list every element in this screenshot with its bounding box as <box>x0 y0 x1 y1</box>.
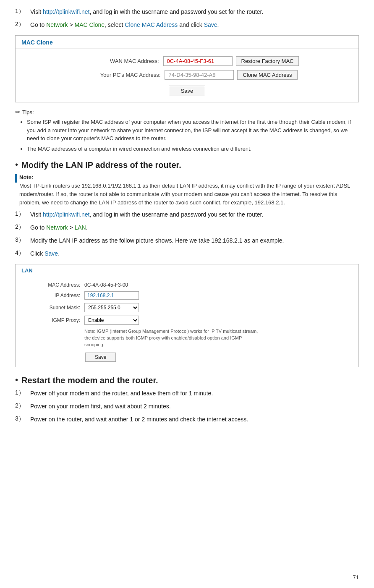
lan-step-3-text: Modify the LAN IP address as the follow … <box>30 236 359 245</box>
mac-save-row: Save <box>21 86 353 96</box>
lan-step-num-3: 3） <box>15 236 30 244</box>
wan-mac-row: WAN MAC Address: Restore Factory MAC <box>21 56 353 66</box>
lan-subnet-label: Subnet Mask: <box>21 305 80 311</box>
pc-mac-input[interactable] <box>165 70 234 80</box>
lan-step-num-2: 2） <box>15 223 30 231</box>
lan-igmp-label: IGMP Proxy: <box>21 317 80 323</box>
lan-step-1: 1） Visit http://tplinkwifi.net, and log … <box>15 210 359 219</box>
note-box: Note: Most TP-Link routers use 192.168.0… <box>15 174 359 207</box>
lan-subnet-row: Subnet Mask: 255.255.255.0 <box>21 303 353 312</box>
lan-ip-label: IP Address: <box>21 293 80 298</box>
lan-save-button[interactable]: Save <box>85 353 116 362</box>
lan-step-num-1: 1） <box>15 210 30 218</box>
lan-step-4-text: Click Save. <box>30 249 359 258</box>
section2-title: Modify the LAN IP address of the router. <box>21 159 181 170</box>
section3-title: Restart the modem and the router. <box>21 375 158 386</box>
tips-label: Tips: <box>22 109 34 115</box>
tplinkwifi-link-2[interactable]: http://tplinkwifi.net <box>43 211 89 218</box>
lan-mac-label: MAC Address: <box>21 282 80 288</box>
page-number: 71 <box>353 574 359 580</box>
clone-mac-label: Clone MAC Address <box>125 21 178 28</box>
mac-clone-label: MAC Clone <box>74 21 105 28</box>
tips-icon: ✏ <box>15 108 21 116</box>
network-label-2: Network <box>46 224 68 231</box>
restart-step-3-text: Power on the router, and wait another 1 … <box>30 415 359 424</box>
note-label: Note: <box>19 174 33 180</box>
lan-step-num-4: 4） <box>15 249 30 257</box>
lan-step-2: 2） Go to Network > LAN. <box>15 223 359 232</box>
lan-ip-row: IP Address: <box>21 291 353 300</box>
lan-step-4: 4） Click Save. <box>15 249 359 258</box>
restart-step-1-text: Power off your modem and the router, and… <box>30 389 359 398</box>
save-label-inline: Save <box>204 21 217 28</box>
lan-step-1-text: Visit http://tplinkwifi.net, and log in … <box>30 210 359 219</box>
pc-mac-row: Your PC's MAC Address: Clone MAC Address <box>21 70 353 80</box>
restart-step-num-2: 2） <box>15 402 30 410</box>
restart-step-2-text: Power on your modem first, and wait abou… <box>30 402 359 411</box>
mac-clone-box-inner: WAN MAC Address: Restore Factory MAC You… <box>16 49 358 102</box>
restart-step-1: 1） Power off your modem and the router, … <box>15 389 359 398</box>
wan-mac-label: WAN MAC Address: <box>75 58 159 64</box>
lan-label: LAN <box>74 224 86 231</box>
section3-bullet: • Restart the modem and the router. <box>15 375 359 386</box>
lan-igmp-select[interactable]: Enable Disable <box>84 316 139 325</box>
tips-list: Some ISP will register the MAC address o… <box>15 118 359 153</box>
tips-item-2: The MAC addresses of a computer in wired… <box>27 145 359 153</box>
mac-clone-box-title: MAC Clone <box>16 36 358 49</box>
save-label-lan: Save <box>44 250 58 257</box>
step-num-2: 2） <box>15 21 30 28</box>
mac-save-button[interactable]: Save <box>169 86 206 96</box>
lan-igmp-row: IGMP Proxy: Enable Disable <box>21 316 353 325</box>
wan-mac-input[interactable] <box>163 56 233 66</box>
lan-ip-input[interactable] <box>84 291 139 300</box>
mac-clone-box: MAC Clone WAN MAC Address: Restore Facto… <box>15 35 359 102</box>
tplinkwifi-link-1[interactable]: http://tplinkwifi.net <box>43 8 89 15</box>
section3-dot: • <box>15 375 18 385</box>
note-text: Most TP-Link routers use 192.168.0.1/192… <box>19 182 359 207</box>
lan-note-row: Note: IGMP (Internet Group Management Pr… <box>21 328 353 348</box>
lan-box-title: LAN <box>16 264 358 276</box>
step-2-text: Go to Network > MAC Clone, select Clone … <box>30 21 359 29</box>
lan-save-row: Save <box>85 353 353 362</box>
lan-box-inner: MAC Address: 0C-4A-08-45-F3-00 IP Addres… <box>16 276 358 367</box>
clone-mac-address-button[interactable]: Clone MAC Address <box>237 70 297 80</box>
step-1-intro: 1） Visit http://tplinkwifi.net, and log … <box>15 8 359 16</box>
tips-header: ✏ Tips: <box>15 108 359 116</box>
section2-bullet: • Modify the LAN IP address of the route… <box>15 159 359 170</box>
step-1-text: Visit http://tplinkwifi.net, and log in … <box>30 8 359 16</box>
restore-factory-mac-button[interactable]: Restore Factory MAC <box>236 56 299 66</box>
lan-step-3: 3） Modify the LAN IP address as the foll… <box>15 236 359 245</box>
lan-mac-row: MAC Address: 0C-4A-08-45-F3-00 <box>21 282 353 288</box>
lan-subnet-select[interactable]: 255.255.255.0 <box>84 303 139 312</box>
restart-step-3: 3） Power on the router, and wait another… <box>15 415 359 424</box>
pc-mac-label: Your PC's MAC Address: <box>76 72 160 78</box>
lan-mac-value: 0C-4A-08-45-F3-00 <box>84 282 135 288</box>
lan-step-2-text: Go to Network > LAN. <box>30 223 359 232</box>
lan-box: LAN MAC Address: 0C-4A-08-45-F3-00 IP Ad… <box>15 264 359 367</box>
tips-item-1: Some ISP will register the MAC address o… <box>27 118 359 143</box>
restart-step-num-1: 1） <box>15 389 30 397</box>
note-content: Note: Most TP-Link routers use 192.168.0… <box>19 174 359 207</box>
network-label: Network <box>46 21 68 28</box>
section2-dot: • <box>15 159 18 170</box>
restart-step-2: 2） Power on your modem first, and wait a… <box>15 402 359 411</box>
step-num-1: 1） <box>15 8 30 15</box>
note-bar <box>15 174 17 183</box>
step-2-intro: 2） Go to Network > MAC Clone, select Clo… <box>15 21 359 29</box>
restart-step-num-3: 3） <box>15 415 30 423</box>
tips-section: ✏ Tips: Some ISP will register the MAC a… <box>15 108 359 153</box>
lan-note-text: Note: IGMP (Internet Group Management Pr… <box>84 328 261 348</box>
